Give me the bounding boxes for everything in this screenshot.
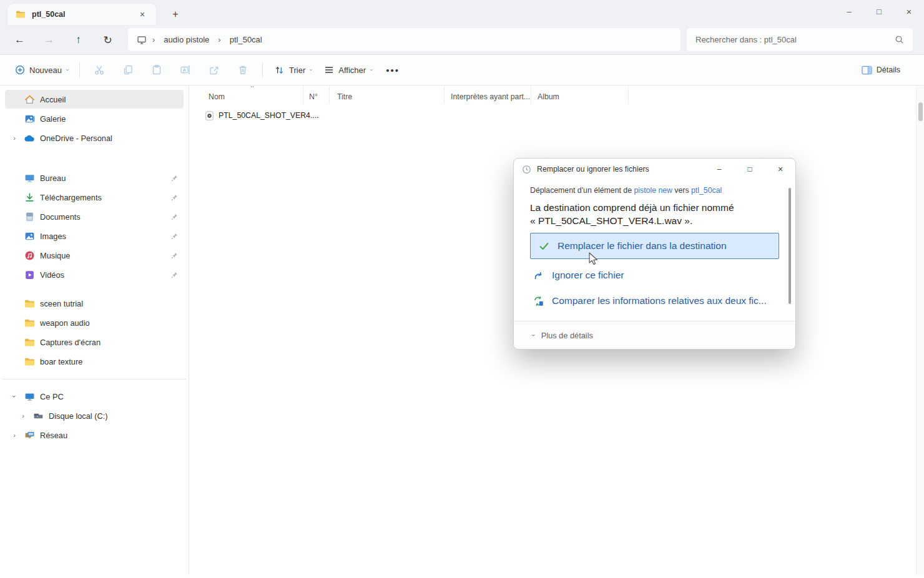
column-header-name[interactable]: ^ Nom bbox=[199, 86, 303, 104]
new-tab-button[interactable]: + bbox=[165, 6, 186, 23]
view-button[interactable]: Afficher › bbox=[318, 61, 378, 79]
this-pc-icon[interactable] bbox=[136, 34, 147, 46]
more-icon: ••• bbox=[386, 65, 400, 76]
navigation-sidebar: Accueil Galerie › OneDrive - Personal Bu… bbox=[0, 86, 189, 575]
compare-files-option[interactable]: Comparer les informations relatives aux … bbox=[530, 291, 779, 310]
sidebar-item-gallery[interactable]: Galerie bbox=[5, 109, 184, 128]
maximize-icon[interactable]: □ bbox=[864, 0, 894, 22]
tab-strip: ptl_50cal × + – □ × bbox=[0, 0, 924, 25]
sidebar-item-downloads[interactable]: Téléchargements bbox=[5, 188, 184, 207]
more-options-button[interactable]: ••• bbox=[378, 59, 407, 81]
rename-icon[interactable] bbox=[171, 59, 200, 81]
breadcrumb-item-current[interactable]: ptl_50cal bbox=[226, 34, 266, 46]
dialog-scrollbar-thumb[interactable] bbox=[789, 188, 791, 304]
dialog-close-icon[interactable]: × bbox=[768, 160, 793, 179]
sidebar-item-folder-boar-texture[interactable]: boar texture bbox=[5, 352, 184, 371]
toolbar-divider bbox=[262, 62, 263, 77]
dialog-title: Remplacer ou ignorer les fichiers bbox=[537, 165, 701, 174]
paste-icon[interactable] bbox=[142, 59, 171, 81]
chevron-right-icon[interactable]: › bbox=[10, 134, 19, 142]
column-header-number[interactable]: N° bbox=[303, 86, 330, 104]
explorer-tab[interactable]: ptl_50cal × bbox=[7, 4, 156, 25]
option-label: Ignorer ce fichier bbox=[552, 270, 624, 281]
sidebar-item-documents[interactable]: Documents bbox=[5, 207, 184, 226]
search-input[interactable]: Rechercher dans : ptl_50cal bbox=[687, 28, 913, 51]
sidebar-item-label: Disque local (C:) bbox=[49, 411, 108, 421]
details-pane-icon bbox=[862, 66, 872, 75]
dialog-minimize-icon[interactable]: – bbox=[707, 160, 732, 179]
sidebar-item-local-disk[interactable]: › Disque local (C:) bbox=[5, 406, 184, 425]
back-icon[interactable]: ← bbox=[5, 29, 34, 51]
sidebar-item-folder-captures[interactable]: Captures d'écran bbox=[5, 333, 184, 351]
window-chrome: ptl_50cal × + – □ × ← → ↑ ↻ › audio pist… bbox=[0, 0, 924, 55]
tab-close-icon[interactable]: × bbox=[136, 8, 149, 21]
chevron-down-icon[interactable]: › bbox=[11, 392, 18, 401]
sidebar-item-folder-sceen-tutrial[interactable]: sceen tutrial bbox=[5, 294, 184, 313]
chevron-right-icon[interactable]: › bbox=[19, 412, 27, 419]
sidebar-item-label: Galerie bbox=[40, 114, 66, 124]
sidebar-item-label: Musique bbox=[40, 251, 70, 260]
dialog-titlebar: Remplacer ou ignorer les fichiers – □ × bbox=[514, 159, 795, 180]
sidebar-item-music[interactable]: Musique bbox=[5, 246, 184, 265]
window-controls: – □ × bbox=[834, 0, 924, 22]
sidebar-item-label: Ce PC bbox=[40, 392, 64, 401]
plus-circle-icon bbox=[15, 65, 25, 75]
column-header-artists[interactable]: Interprètes ayant part... bbox=[445, 86, 531, 104]
search-placeholder: Rechercher dans : ptl_50cal bbox=[695, 35, 895, 44]
sort-button-label: Trier bbox=[289, 66, 305, 75]
this-pc-icon bbox=[24, 391, 35, 402]
home-icon bbox=[24, 94, 35, 105]
folder-icon bbox=[24, 356, 35, 367]
file-row[interactable]: PTL_50CAL_SHOT_VER4.... bbox=[199, 107, 319, 124]
forward-icon[interactable]: → bbox=[34, 29, 64, 51]
replace-files-dialog: Remplacer ou ignorer les fichiers – □ × … bbox=[513, 158, 796, 350]
gallery-icon bbox=[24, 113, 35, 124]
share-icon[interactable] bbox=[200, 59, 229, 81]
search-icon[interactable] bbox=[895, 35, 904, 44]
dialog-maximize-icon[interactable]: □ bbox=[737, 160, 762, 179]
destination-folder-link[interactable]: ptl_50cal bbox=[691, 186, 722, 195]
sidebar-item-videos[interactable]: Vidéos bbox=[5, 265, 184, 284]
sidebar-item-onedrive[interactable]: › OneDrive - Personal bbox=[5, 129, 184, 147]
cut-icon[interactable] bbox=[85, 59, 114, 81]
up-icon[interactable]: ↑ bbox=[64, 29, 93, 51]
new-button[interactable]: Nouveau › bbox=[9, 61, 74, 79]
close-icon[interactable]: × bbox=[894, 0, 924, 22]
folder-icon bbox=[24, 317, 35, 328]
scrollbar-thumb[interactable] bbox=[918, 102, 923, 121]
delete-icon[interactable] bbox=[229, 59, 257, 81]
chevron-down-icon: › bbox=[368, 69, 375, 71]
pin-icon bbox=[170, 252, 179, 260]
column-header-title[interactable]: Titre bbox=[330, 86, 445, 104]
toolbar-divider bbox=[79, 62, 80, 77]
minimize-icon[interactable]: – bbox=[834, 0, 864, 22]
chevron-down-icon: › bbox=[530, 334, 538, 336]
dialog-subtitle: Déplacement d'un élément de pistole new … bbox=[530, 186, 779, 195]
compare-icon bbox=[533, 296, 544, 306]
source-folder-link[interactable]: pistole new bbox=[634, 186, 672, 195]
chevron-down-icon: › bbox=[308, 69, 314, 71]
more-details-toggle[interactable]: › Plus de détails bbox=[514, 321, 795, 349]
skip-file-option[interactable]: Ignorer ce fichier bbox=[530, 266, 779, 285]
details-pane-button[interactable]: Détails bbox=[855, 61, 907, 79]
breadcrumb-item-parent[interactable]: audio pistole bbox=[160, 34, 213, 46]
refresh-icon[interactable]: ↻ bbox=[93, 29, 122, 51]
sidebar-item-folder-weapon-audio[interactable]: weapon audio bbox=[5, 313, 184, 332]
column-header-album[interactable]: Album bbox=[531, 86, 629, 104]
copy-icon[interactable] bbox=[114, 59, 142, 81]
downloads-icon bbox=[24, 192, 35, 203]
replace-file-option[interactable]: Remplacer le fichier dans la destination bbox=[530, 233, 779, 259]
sidebar-item-network[interactable]: › Réseau bbox=[5, 426, 184, 444]
sort-button[interactable]: Trier › bbox=[268, 61, 318, 80]
more-details-label: Plus de détails bbox=[541, 331, 593, 340]
sidebar-item-label: sceen tutrial bbox=[40, 299, 83, 308]
tab-title: ptl_50cal bbox=[32, 10, 130, 19]
sidebar-item-label: Bureau bbox=[40, 174, 66, 183]
folder-icon bbox=[24, 336, 35, 348]
chevron-right-icon[interactable]: › bbox=[10, 431, 19, 439]
vertical-scrollbar[interactable] bbox=[916, 86, 924, 575]
sidebar-item-home[interactable]: Accueil bbox=[5, 90, 184, 109]
sidebar-item-desktop[interactable]: Bureau bbox=[5, 169, 184, 187]
sidebar-item-pictures[interactable]: Images bbox=[5, 227, 184, 245]
sidebar-item-this-pc[interactable]: › Ce PC bbox=[5, 387, 184, 406]
